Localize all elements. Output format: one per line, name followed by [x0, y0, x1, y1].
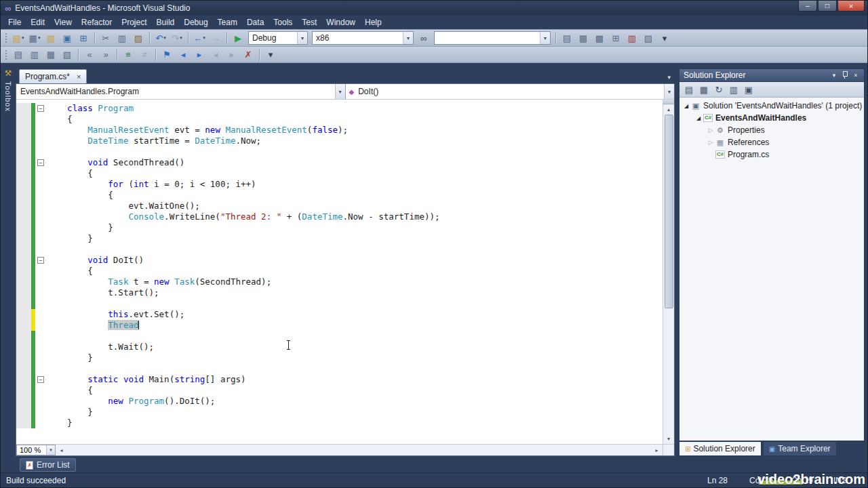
- scroll-down-icon[interactable]: ▾: [663, 434, 674, 444]
- add-item-icon[interactable]: ▦▾: [27, 31, 42, 45]
- scroll-right-icon[interactable]: ▸: [651, 445, 663, 455]
- tree-item-program-cs[interactable]: C#Program.cs: [679, 148, 864, 161]
- code-line[interactable]: new Program().DoIt();: [16, 396, 663, 407]
- code-line[interactable]: Task t = new Task(SecondThread);: [16, 277, 663, 287]
- code-line[interactable]: }: [16, 352, 663, 363]
- code-line[interactable]: [16, 244, 663, 255]
- code-text[interactable]: void SecondThread(): [47, 157, 184, 168]
- collapsed-arrow-icon[interactable]: ▷: [707, 127, 715, 134]
- scroll-left-icon[interactable]: ◂: [56, 445, 67, 455]
- decrease-indent-icon[interactable]: «: [82, 48, 97, 62]
- code-line[interactable]: for (int i = 0; i < 100; i++): [16, 179, 663, 190]
- properties-page-icon[interactable]: ▤: [682, 83, 696, 96]
- code-line[interactable]: }: [16, 407, 663, 418]
- code-text[interactable]: }: [47, 352, 93, 363]
- zoom-dropdown[interactable]: 100 % ▾: [16, 445, 56, 455]
- tree-item-eventsandwaithandles[interactable]: ◢C#EventsAndWaitHandles: [679, 112, 864, 124]
- tab-team-explorer[interactable]: ▣Team Explorer: [763, 442, 837, 456]
- next-bookmark-icon[interactable]: ▸: [192, 48, 207, 62]
- menu-item-window[interactable]: Window: [321, 16, 360, 28]
- clear-bookmarks-icon[interactable]: ✗: [241, 48, 256, 62]
- next-bookmark-folder-icon[interactable]: ▸: [224, 48, 239, 62]
- collapsed-arrow-icon[interactable]: ▷: [707, 139, 715, 146]
- code-line[interactable]: Console.WriteLine("Thread 2: " + (DateTi…: [16, 211, 663, 222]
- code-line[interactable]: }: [16, 418, 663, 428]
- error-list-tab[interactable]: ✗ Error List: [20, 458, 76, 472]
- code-line[interactable]: [16, 146, 663, 157]
- code-line[interactable]: {: [16, 190, 663, 201]
- code-line[interactable]: − class Program: [16, 103, 663, 114]
- chevron-down-icon[interactable]: ▾: [297, 32, 307, 44]
- code-text[interactable]: void DoIt(): [47, 255, 144, 266]
- code-text[interactable]: t.Wait();: [47, 342, 154, 352]
- code-text[interactable]: t.Start();: [47, 287, 159, 298]
- code-text[interactable]: for (int i = 0; i < 100; i++): [47, 179, 256, 190]
- new-project-icon[interactable]: ▤▾: [11, 31, 26, 45]
- display-object-member-list-icon[interactable]: ▤: [11, 48, 26, 62]
- view-code-icon[interactable]: ▥: [727, 83, 741, 96]
- menu-item-data[interactable]: Data: [242, 16, 269, 28]
- code-text[interactable]: new Program().DoIt();: [47, 396, 215, 407]
- horizontal-scrollbar[interactable]: [67, 445, 651, 455]
- refresh-icon[interactable]: ↻: [712, 83, 726, 96]
- tab-solution-explorer[interactable]: ⊞Solution Explorer: [679, 442, 762, 456]
- toolbox-icon[interactable]: ⊞: [608, 31, 623, 45]
- code-text[interactable]: Console.WriteLine("Thread 2: " + (DateTi…: [47, 211, 440, 222]
- tree-item-references[interactable]: ▷▦References: [679, 136, 864, 148]
- scrollbar-thumb[interactable]: [665, 115, 673, 308]
- code-text[interactable]: {: [47, 385, 93, 396]
- code-line[interactable]: − static void Main(string[] args): [16, 374, 663, 385]
- toolbar-options-chevron[interactable]: ▾: [263, 48, 278, 62]
- code-text[interactable]: static void Main(string[] args): [47, 374, 246, 385]
- cut-icon[interactable]: ✂: [98, 31, 113, 45]
- save-all-icon[interactable]: ⊞: [76, 31, 91, 45]
- code-text[interactable]: this.evt.Set();: [47, 309, 184, 320]
- code-line[interactable]: t.Start();: [16, 287, 663, 298]
- code-line[interactable]: t.Wait();: [16, 342, 663, 352]
- immediate-window-icon[interactable]: ▧: [641, 31, 656, 45]
- menu-item-help[interactable]: Help: [360, 16, 387, 28]
- code-text[interactable]: }: [47, 407, 93, 418]
- code-text[interactable]: {: [47, 266, 93, 277]
- code-text[interactable]: {: [47, 114, 73, 125]
- menu-item-tools[interactable]: Tools: [269, 16, 297, 28]
- code-line[interactable]: − void SecondThread(): [16, 157, 663, 168]
- code-line[interactable]: }: [16, 222, 663, 233]
- tab-program-cs[interactable]: Program.cs* ×: [19, 69, 87, 83]
- show-all-files-icon[interactable]: ▦: [697, 83, 711, 96]
- close-button[interactable]: ×: [837, 1, 865, 12]
- paste-icon[interactable]: ▧: [131, 31, 146, 45]
- scroll-up-icon[interactable]: ▴: [663, 104, 674, 115]
- increase-indent-icon[interactable]: »: [98, 48, 113, 62]
- menu-item-edit[interactable]: Edit: [26, 16, 50, 28]
- save-icon[interactable]: ▣: [60, 31, 75, 45]
- code-text[interactable]: class Program: [47, 103, 134, 114]
- find-combo[interactable]: ▾: [434, 31, 551, 45]
- toolbox-tab[interactable]: ⚒ Toolbox: [1, 63, 16, 456]
- code-text[interactable]: evt.WaitOne();: [47, 201, 200, 211]
- menu-item-debug[interactable]: Debug: [179, 16, 212, 28]
- auto-hide-pin-icon[interactable]: [840, 70, 850, 81]
- code-line[interactable]: [16, 331, 663, 342]
- code-text[interactable]: }: [47, 233, 93, 244]
- navigate-backward-icon[interactable]: ←▾: [192, 31, 207, 45]
- code-text[interactable]: Thread: [47, 320, 139, 331]
- solution-explorer-header[interactable]: Solution Explorer ▾ ×: [679, 68, 865, 82]
- splitter-handle[interactable]: [663, 100, 674, 104]
- toolbar-grip[interactable]: [5, 49, 7, 60]
- code-line[interactable]: {: [16, 168, 663, 179]
- solution-configurations-dropdown[interactable]: Debug▾: [248, 31, 308, 45]
- expanded-arrow-icon[interactable]: ◢: [682, 103, 690, 109]
- code-line[interactable]: [16, 298, 663, 309]
- close-icon[interactable]: ×: [77, 73, 81, 81]
- copy-icon[interactable]: ▥: [115, 31, 130, 45]
- code-text[interactable]: }: [47, 418, 73, 428]
- chevron-down-icon[interactable]: ▾: [335, 84, 345, 99]
- code-text[interactable]: {: [47, 190, 113, 201]
- maximize-button[interactable]: □: [818, 1, 837, 12]
- tree-item-solution-eventsandwaithandles-1-project-[interactable]: ◢▣Solution 'EventsAndWaitHandles' (1 pro…: [679, 100, 864, 112]
- display-parameter-info-icon[interactable]: ▥: [27, 48, 42, 62]
- chevron-down-icon[interactable]: ▾: [403, 32, 413, 44]
- menu-item-project[interactable]: Project: [117, 16, 151, 28]
- fold-collapse-button[interactable]: −: [37, 105, 44, 112]
